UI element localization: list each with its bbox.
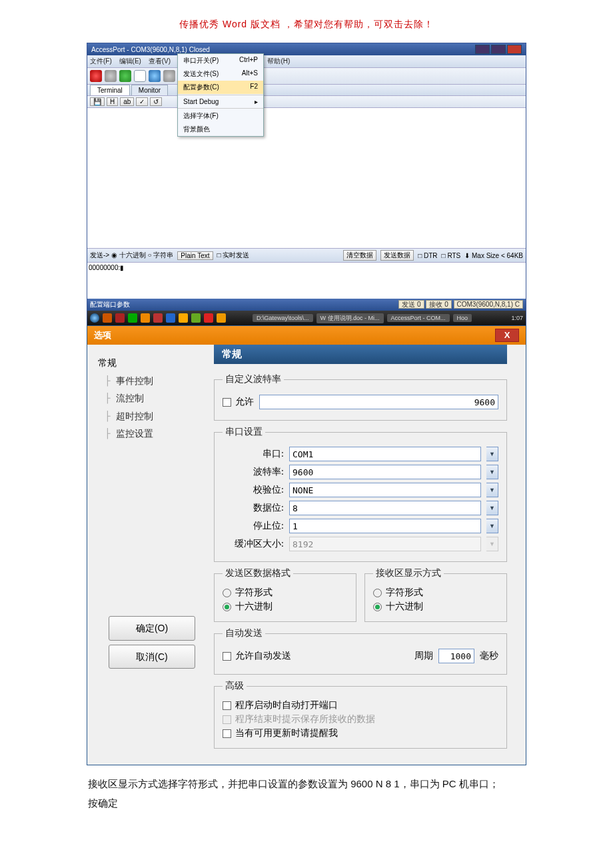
- clear-icon[interactable]: ✓: [136, 97, 148, 106]
- chevron-down-icon[interactable]: ▼: [486, 483, 498, 497]
- clear-button[interactable]: 清空数据: [343, 250, 376, 261]
- menu-item-send-file[interactable]: 发送文件(S)Alt+S: [178, 67, 263, 81]
- task-icon[interactable]: [166, 313, 175, 323]
- send-mode-radios[interactable]: 发送-> ◉ 十六进制 ○ 字符串: [90, 251, 173, 260]
- play-icon[interactable]: [119, 70, 131, 82]
- terminal-output[interactable]: [87, 108, 526, 248]
- group-label: 自动发送: [223, 627, 265, 639]
- dtr-checkbox[interactable]: □ DTR: [418, 252, 437, 259]
- taskbar-item[interactable]: Hoo: [453, 314, 472, 322]
- chevron-down-icon[interactable]: ▼: [486, 501, 498, 515]
- task-icon[interactable]: [115, 313, 125, 323]
- hex-icon[interactable]: H: [107, 97, 118, 106]
- menubar[interactable]: 文件(F) 编辑(E) 查看(V) 监控(M) 工具(T) 操作(O) 帮助(H…: [87, 55, 526, 68]
- chevron-down-icon[interactable]: ▼: [486, 465, 498, 479]
- task-icon[interactable]: [191, 313, 201, 323]
- close-button[interactable]: X: [495, 329, 519, 342]
- recv-hex-radio[interactable]: 十六进制: [373, 601, 498, 613]
- dialog-titlebar: 选项 X: [87, 326, 526, 345]
- document-icon[interactable]: [134, 70, 146, 82]
- menu-item-debug[interactable]: Start Debug▸: [178, 96, 263, 107]
- custom-baud-input[interactable]: [259, 395, 498, 409]
- stop-icon[interactable]: [105, 70, 117, 82]
- field-label: 停止位:: [223, 520, 284, 532]
- serial-field[interactable]: [289, 501, 481, 515]
- view-tabs: Terminal Monitor: [87, 85, 526, 96]
- task-icon[interactable]: [204, 313, 213, 323]
- menu-item-font[interactable]: 选择字体(F): [178, 109, 263, 123]
- menu-item-toggle-port[interactable]: 串口开关(P)Ctrl+P: [178, 54, 263, 67]
- ok-button[interactable]: 确定(O): [109, 616, 195, 641]
- tab-terminal[interactable]: Terminal: [90, 85, 130, 95]
- chevron-down-icon[interactable]: ▼: [486, 519, 498, 533]
- window-title: AccessPort - COM3(9600,N,8,1) Closed: [91, 46, 210, 53]
- serial-field[interactable]: [289, 483, 481, 497]
- cancel-button[interactable]: 取消(C): [109, 645, 195, 669]
- tree-item-general[interactable]: 常规: [98, 354, 206, 372]
- task-icon[interactable]: [179, 313, 188, 323]
- section-header: 常规: [214, 345, 507, 364]
- taskbar-item[interactable]: AccessPort - COM...: [387, 314, 450, 322]
- send-hex-radio[interactable]: 十六进制: [223, 601, 348, 613]
- period-input[interactable]: [438, 649, 474, 663]
- category-tree[interactable]: 常规 事件控制 流控制 超时控制 监控设置 确定(O) 取消(C): [87, 345, 214, 765]
- record-icon[interactable]: [90, 70, 102, 82]
- group-label: 自定义波特率: [223, 373, 284, 385]
- menu-item-config[interactable]: 配置参数(C)F2: [178, 81, 263, 94]
- auto-allow-checkbox[interactable]: 允许自动发送: [223, 650, 291, 662]
- instruction-text: 接收区显示方式选择字符形式，并把串口设置的参数设置为 9600 N 8 1，串口…: [87, 765, 526, 822]
- rts-checkbox[interactable]: □ RTS: [442, 252, 461, 259]
- tree-item-timeout[interactable]: 超时控制: [98, 407, 206, 425]
- status-conn: COM3(9600,N,8,1) C: [454, 300, 523, 309]
- tree-item-monitor[interactable]: 监控设置: [98, 425, 206, 443]
- send-input[interactable]: 00000000:▮: [87, 263, 526, 299]
- update-remind-checkbox[interactable]: 当有可用更新时请提醒我: [223, 727, 498, 739]
- tab-monitor[interactable]: Monitor: [131, 85, 168, 95]
- task-icon[interactable]: [141, 313, 150, 323]
- recv-char-radio[interactable]: 字符形式: [373, 587, 498, 599]
- menu-item-bgcolor[interactable]: 背景颜色: [178, 123, 263, 136]
- status-sent: 发送 0: [398, 300, 424, 309]
- ab-icon[interactable]: ab: [120, 97, 134, 106]
- save-prompt-checkbox: 程序结束时提示保存所接收的数据: [223, 713, 498, 725]
- allow-custom-checkbox[interactable]: 允许: [223, 396, 254, 408]
- task-icon[interactable]: [103, 313, 112, 323]
- taskbar-item[interactable]: D:\Gateway\tools\...: [253, 314, 313, 322]
- encoding-select[interactable]: Plain Text: [177, 251, 213, 260]
- group-label: 串口设置: [223, 426, 265, 438]
- maximize-icon[interactable]: [491, 45, 506, 54]
- os-taskbar: D:\Gateway\tools\... W 使用说明.doc - Mi... …: [87, 311, 526, 325]
- menu-view[interactable]: 查看(V): [149, 57, 171, 65]
- serial-field[interactable]: [289, 447, 481, 461]
- realtime-checkbox[interactable]: □ 实时发送: [217, 251, 250, 260]
- tree-item-flow[interactable]: 流控制: [98, 389, 206, 407]
- clock: 1:07: [511, 315, 523, 321]
- task-icon[interactable]: [153, 313, 163, 323]
- serial-field[interactable]: [289, 465, 481, 479]
- task-icon[interactable]: [217, 313, 226, 323]
- serial-field[interactable]: [289, 519, 481, 533]
- chevron-down-icon[interactable]: ▼: [486, 447, 498, 461]
- send-char-radio[interactable]: 字符形式: [223, 587, 348, 599]
- tools-dropdown[interactable]: 串口开关(P)Ctrl+P 发送文件(S)Alt+S 配置参数(C)F2 Sta…: [177, 53, 264, 137]
- send-button[interactable]: 发送数据: [380, 250, 414, 261]
- taskbar-item[interactable]: W 使用说明.doc - Mi...: [316, 313, 384, 323]
- start-icon[interactable]: [90, 313, 99, 323]
- reset-icon[interactable]: ↺: [150, 97, 162, 106]
- menu-help[interactable]: 帮助(H): [267, 57, 290, 65]
- period-label: 周期: [414, 650, 433, 662]
- group-send-format: 发送区数据格式 字符形式 十六进制: [214, 567, 356, 622]
- auto-open-checkbox[interactable]: 程序启动时自动打开端口: [223, 699, 498, 711]
- task-icon[interactable]: [128, 313, 137, 323]
- menu-file[interactable]: 文件(F): [90, 57, 112, 65]
- minimize-icon[interactable]: [475, 45, 490, 54]
- accessport-window: AccessPort - COM3(9600,N,8,1) Closed 文件(…: [87, 43, 526, 326]
- save-icon[interactable]: 💾: [90, 97, 105, 106]
- settings-icon[interactable]: [163, 70, 175, 82]
- field-label: 数据位:: [223, 502, 284, 514]
- close-icon[interactable]: [507, 45, 522, 54]
- options-dialog: 选项 X 常规 事件控制 流控制 超时控制 监控设置 确定(O) 取消(C) 常…: [87, 325, 526, 765]
- tree-item-events[interactable]: 事件控制: [98, 372, 206, 390]
- refresh-icon[interactable]: [149, 70, 161, 82]
- menu-edit[interactable]: 编辑(E): [119, 57, 141, 65]
